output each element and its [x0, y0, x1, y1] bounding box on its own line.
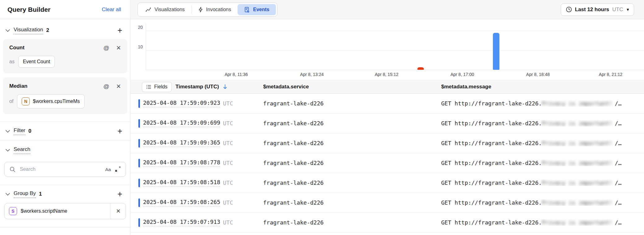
timezone-label: UTC — [223, 199, 233, 206]
message-suffix: /… — [615, 120, 622, 126]
timestamp-value[interactable]: 2025-04-08 17:59:07:913 — [143, 219, 220, 226]
service-value: fragrant-lake-d226 — [263, 100, 441, 107]
histogram-bar[interactable] — [417, 67, 424, 70]
message-suffix: /… — [615, 160, 622, 166]
x-axis-tick: Apr 8, 15:12 — [375, 72, 398, 77]
query-builder-sidebar: Query Builder Clear all Visualization 2 … — [0, 0, 131, 235]
add-filter-button[interactable]: + — [117, 127, 123, 135]
card-title: Count — [9, 45, 24, 51]
divider — [0, 227, 130, 228]
table-row[interactable]: 2025-04-08 17:59:08:518UTCfragrant-lake-… — [131, 173, 644, 193]
message-value: GET http://fragrant-lake-d226.Privacy is… — [441, 199, 644, 206]
column-header-message[interactable]: $metadata.message — [441, 84, 644, 90]
add-visualization-button[interactable]: + — [117, 26, 123, 35]
events-log-icon — [244, 7, 250, 12]
time-range-selector[interactable]: Last 12 hours UTC ▾ — [561, 3, 634, 16]
visualization-card-median: Median @ ✕ of N $workers.cpuTimeMs — [3, 78, 127, 114]
y-axis-tick: 20 — [131, 25, 143, 30]
message-suffix: /… — [615, 140, 622, 146]
add-group-by-button[interactable]: + — [117, 190, 123, 198]
timezone-label: UTC — [223, 120, 233, 126]
x-axis-tick: Apr 8, 21:12 — [599, 72, 622, 77]
chevron-down-icon[interactable] — [6, 130, 10, 133]
message-prefix: GET http://fragrant-lake-d226. — [441, 180, 542, 186]
regex-icon[interactable]: * — [115, 166, 121, 172]
sort-descending-icon[interactable] — [223, 84, 228, 90]
message-prefix: GET http://fragrant-lake-d226. — [441, 219, 542, 226]
field-value: $workers.cpuTimeMs — [33, 99, 80, 104]
clock-icon — [566, 7, 572, 12]
y-axis-tick: 10 — [131, 44, 143, 49]
table-row[interactable]: 2025-04-08 17:59:09:699UTCfragrant-lake-… — [131, 113, 644, 133]
events-table: Fields Timestamp (UTC) $metadata.service… — [131, 80, 644, 235]
fields-list-icon — [146, 85, 151, 89]
chart-plot[interactable]: 1020Apr 8, 11:36Apr 8, 13:24Apr 8, 15:12… — [146, 23, 644, 70]
column-header-service[interactable]: $metadata.service — [263, 84, 441, 90]
visualization-section-label[interactable]: Visualization — [14, 27, 43, 34]
timestamp-value[interactable]: 2025-04-08 17:59:09:699 — [143, 119, 220, 127]
filter-section-header: Filter 0 + — [3, 122, 127, 140]
page-title: Query Builder — [7, 6, 50, 13]
timezone-label: UTC — [612, 7, 623, 13]
alias-value-box[interactable]: Event Count — [18, 56, 55, 68]
message-prefix: GET http://fragrant-lake-d226. — [441, 140, 542, 146]
x-axis-tick: Apr 8, 11:36 — [224, 72, 248, 77]
chevron-down-icon[interactable] — [6, 149, 10, 152]
table-header-row: Fields Timestamp (UTC) $metadata.service… — [131, 80, 644, 94]
event-marker-bar — [138, 218, 140, 227]
view-tab-group: Visualizations Invocations Events — [137, 2, 277, 17]
timestamp-value[interactable]: 2025-04-08 17:59:08:518 — [143, 179, 220, 187]
message-redacted: Privacy is important! — [542, 219, 612, 226]
message-prefix: GET http://fragrant-lake-d226. — [441, 160, 542, 166]
timestamp-value[interactable]: 2025-04-08 17:59:09:923 — [143, 100, 220, 107]
message-value: GET http://fragrant-lake-d226.Privacy is… — [441, 120, 644, 126]
event-marker-bar — [138, 139, 140, 148]
group-by-item[interactable]: S $workers.scriptName ✕ — [4, 203, 126, 219]
group-by-section-label[interactable]: Group By — [14, 190, 36, 198]
connector-label: of — [9, 99, 13, 104]
event-marker-bar — [138, 198, 140, 207]
search-input[interactable] — [19, 166, 102, 172]
event-marker-bar — [138, 119, 140, 128]
message-prefix: GET http://fragrant-lake-d226. — [441, 100, 542, 107]
table-row[interactable]: 2025-04-08 17:59:08:778UTCfragrant-lake-… — [131, 153, 644, 173]
chevron-down-icon[interactable] — [6, 29, 10, 32]
tab-invocations[interactable]: Invocations — [192, 4, 238, 15]
chevron-down-icon[interactable] — [6, 193, 10, 196]
message-value: GET http://fragrant-lake-d226.Privacy is… — [441, 180, 644, 186]
table-row[interactable]: 2025-04-08 17:59:09:365UTCfragrant-lake-… — [131, 133, 644, 153]
remove-group-by-button[interactable]: ✕ — [111, 203, 126, 219]
close-icon[interactable]: ✕ — [116, 45, 121, 51]
fields-button[interactable]: Fields — [142, 82, 172, 92]
service-value: fragrant-lake-d226 — [263, 160, 441, 166]
filter-section-label[interactable]: Filter — [14, 127, 25, 135]
message-value: GET http://fragrant-lake-d226.Privacy is… — [441, 219, 644, 226]
time-range-label: Last 12 hours — [575, 7, 609, 13]
close-icon[interactable]: ✕ — [116, 83, 121, 89]
timestamp-value[interactable]: 2025-04-08 17:59:09:365 — [143, 139, 220, 147]
timestamp-value[interactable]: 2025-04-08 17:59:08:265 — [143, 199, 220, 206]
message-suffix: /… — [615, 199, 622, 206]
alias-at-icon[interactable]: @ — [103, 45, 109, 51]
search-section-label[interactable]: Search — [14, 146, 30, 154]
service-value: fragrant-lake-d226 — [263, 180, 441, 186]
tab-events[interactable]: Events — [238, 4, 276, 15]
table-row[interactable]: 2025-04-08 17:59:07:913UTCfragrant-lake-… — [131, 213, 644, 233]
message-suffix: /… — [615, 100, 622, 107]
match-case-icon[interactable]: Aa — [105, 167, 111, 172]
alias-at-icon[interactable]: @ — [103, 83, 109, 89]
clear-all-button[interactable]: Clear all — [100, 6, 123, 13]
table-row[interactable]: 2025-04-08 17:59:08:265UTCfragrant-lake-… — [131, 193, 644, 213]
timezone-label: UTC — [223, 180, 233, 186]
numeric-type-badge: N — [22, 97, 30, 105]
tab-visualizations[interactable]: Visualizations — [139, 4, 191, 15]
message-redacted: Privacy is important! — [542, 120, 612, 126]
timestamp-value[interactable]: 2025-04-08 17:59:08:778 — [143, 159, 220, 167]
search-section-header: Search — [3, 141, 127, 159]
histogram-bar[interactable] — [493, 33, 499, 70]
column-header-timestamp[interactable]: Timestamp (UTC) — [176, 84, 219, 90]
message-suffix: /… — [615, 180, 622, 186]
search-box: Aa * — [4, 162, 126, 177]
table-row[interactable]: 2025-04-08 17:59:09:923UTCfragrant-lake-… — [131, 94, 644, 113]
field-value-box[interactable]: N $workers.cpuTimeMs — [17, 94, 84, 109]
